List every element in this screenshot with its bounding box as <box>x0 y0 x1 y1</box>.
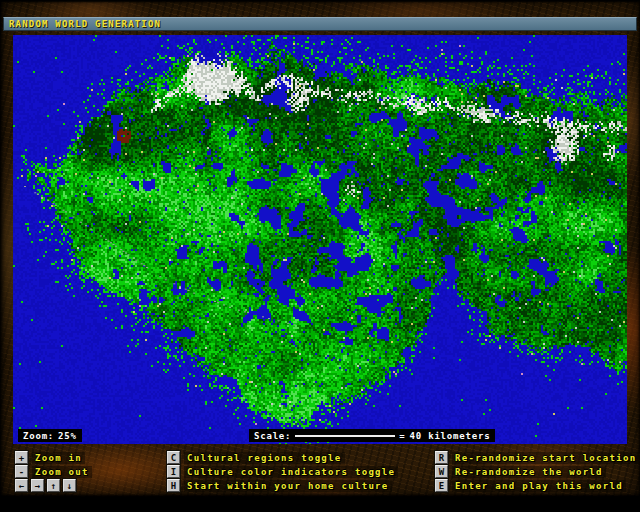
legend-cultural-regions-label: Cultural regions toggle <box>184 452 345 464</box>
key-pan-up-icon[interactable]: ↑ <box>47 479 60 492</box>
scale-line <box>295 435 395 437</box>
key-i[interactable]: I <box>167 465 180 478</box>
key-w[interactable]: W <box>435 465 448 478</box>
zoom-indicator: Zoom: 25% <box>18 429 82 442</box>
scale-equals: = <box>399 431 405 441</box>
key-h[interactable]: H <box>167 479 180 492</box>
legend-rerandomize-world-label: Re-randomize the world <box>452 466 606 478</box>
bottom-black-bar <box>0 497 640 512</box>
legend-zoom-out-label: Zoom out <box>32 466 92 478</box>
legend-culture-colors-label: Culture color indicators toggle <box>184 466 398 478</box>
key-c[interactable]: C <box>167 451 180 464</box>
legend-home-culture: H Start within your home culture <box>167 479 392 492</box>
legend-rerandomize-start-label: Re-randomize start location <box>452 452 639 464</box>
key-pan-right-icon[interactable]: → <box>31 479 44 492</box>
legend-home-culture-label: Start within your home culture <box>184 480 392 492</box>
key-plus[interactable]: + <box>15 451 28 464</box>
world-map-canvas <box>13 35 627 444</box>
legend-rerandomize-start: R Re-randomize start location <box>435 451 639 464</box>
random-world-generation-screen: RANDOM WORLD GENERATION Zoom: 25% Scale:… <box>0 0 640 512</box>
legend-zoom-in: + Zoom in <box>15 451 85 464</box>
world-map: Zoom: 25% Scale: = 40 kilometers <box>13 35 627 444</box>
key-pan-down-icon[interactable]: ↓ <box>63 479 76 492</box>
scale-indicator: Scale: = 40 kilometers <box>249 429 495 442</box>
key-minus[interactable]: - <box>15 465 28 478</box>
legend-enter-world: E Enter and play this world <box>435 479 626 492</box>
zoom-value: 25% <box>58 431 77 441</box>
title-bar: RANDOM WORLD GENERATION <box>3 17 637 31</box>
legend-rerandomize-world: W Re-randomize the world <box>435 465 606 478</box>
legend-enter-world-label: Enter and play this world <box>452 480 626 492</box>
legend-zoom-out: - Zoom out <box>15 465 92 478</box>
legend-pan-keys: ← → ↑ ↓ <box>15 479 76 492</box>
legend-zoom-in-label: Zoom in <box>32 452 85 464</box>
key-r[interactable]: R <box>435 451 448 464</box>
key-pan-left-icon[interactable]: ← <box>15 479 28 492</box>
zoom-label: Zoom: <box>23 431 54 441</box>
scale-label: Scale: <box>254 431 291 441</box>
legend-culture-colors: I Culture color indicators toggle <box>167 465 398 478</box>
legend-cultural-regions: C Cultural regions toggle <box>167 451 345 464</box>
scale-value: 40 kilometers <box>410 431 491 441</box>
key-e[interactable]: E <box>435 479 448 492</box>
page-title: RANDOM WORLD GENERATION <box>9 19 161 29</box>
